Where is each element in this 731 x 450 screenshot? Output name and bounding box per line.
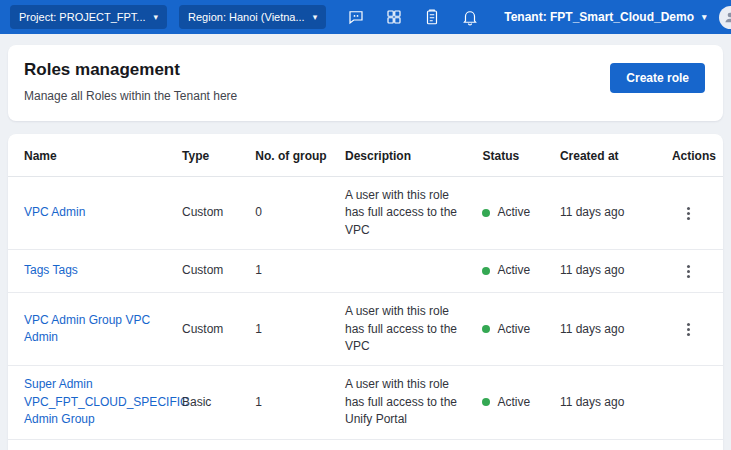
page-header-card: Roles management Manage all Roles within… — [8, 45, 723, 121]
region-selector[interactable]: Region: Hanoi (Vietna... ▾ — [179, 5, 326, 29]
top-navigation-bar: Project: PROJECT_FPT... ▾ Region: Hanoi … — [0, 0, 731, 34]
role-type: Custom — [174, 250, 247, 293]
roles-table-card: Name Type No. of group Description Statu… — [8, 134, 723, 450]
region-selector-label: Region: Hanoi (Vietna... — [188, 11, 305, 23]
role-created-at: 11 days ago — [552, 293, 664, 366]
notifications-bell-icon[interactable] — [460, 7, 480, 27]
page-title: Roles management — [24, 60, 237, 80]
project-selector[interactable]: Project: PROJECT_FPT... ▾ — [10, 5, 167, 29]
table-row: VPC Admin Group VPC Admin Custom 1 A use… — [8, 293, 723, 366]
role-group-count: 1 — [247, 439, 337, 450]
table-row: VPC Admin Custom 0 A user with this role… — [8, 177, 723, 250]
role-name-link[interactable]: VPC Admin — [24, 204, 85, 221]
column-header-groups: No. of group — [247, 136, 337, 177]
status-badge: Active — [482, 204, 543, 221]
status-dot-icon — [482, 267, 490, 275]
role-description: A user with this role has full access to… — [337, 293, 475, 366]
role-created-at: 11 days ago — [552, 250, 664, 293]
row-actions-kebab-icon[interactable] — [678, 318, 700, 340]
column-header-type: Type — [174, 136, 247, 177]
create-role-button[interactable]: Create role — [610, 63, 705, 93]
user-menu[interactable]: ▾ — [719, 6, 731, 29]
user-avatar — [719, 6, 731, 29]
table-row: Super Admin VPC_FPT_CLOUD_GENERAL Admin … — [8, 439, 723, 450]
row-actions-kebab-icon[interactable] — [678, 260, 700, 282]
role-group-count: 1 — [247, 366, 337, 439]
role-description: A user with this role has full access to… — [337, 177, 475, 250]
column-header-status: Status — [474, 136, 551, 177]
tenant-selector-label: Tenant: FPT_Smart_Cloud_Demo — [504, 10, 694, 24]
role-group-count: 1 — [247, 250, 337, 293]
role-group-count: 0 — [247, 177, 337, 250]
status-dot-icon — [482, 325, 490, 333]
status-dot-icon — [482, 209, 490, 217]
role-description: A user with this role has full access to… — [337, 439, 475, 450]
chevron-down-icon: ▾ — [154, 13, 159, 22]
role-name-link[interactable]: Tags Tags — [24, 262, 78, 279]
table-row: Tags Tags Custom 1 Active 11 days ago — [8, 250, 723, 293]
person-icon — [723, 10, 731, 24]
role-created-at: 11 days ago — [552, 177, 664, 250]
page-subtitle: Manage all Roles within the Tenant here — [24, 89, 237, 103]
main-content: Roles management Manage all Roles within… — [0, 34, 731, 450]
support-chat-icon[interactable] — [346, 7, 366, 27]
role-group-count: 1 — [247, 293, 337, 366]
roles-table: Name Type No. of group Description Statu… — [8, 136, 723, 450]
role-description — [337, 250, 475, 293]
chevron-down-icon: ▾ — [702, 12, 707, 22]
status-badge: Active — [482, 394, 543, 411]
role-type: Custom — [174, 293, 247, 366]
column-header-created: Created at — [552, 136, 664, 177]
status-badge: Active — [482, 321, 543, 338]
status-badge: Active — [482, 262, 543, 279]
column-header-description: Description — [337, 136, 475, 177]
table-row: Super Admin VPC_FPT_CLOUD_SPECIFIC Admin… — [8, 366, 723, 439]
table-header-row: Name Type No. of group Description Statu… — [8, 136, 723, 177]
topbar-icon-group — [346, 7, 480, 27]
role-created-at: 11 days ago — [552, 439, 664, 450]
column-header-name: Name — [8, 136, 174, 177]
project-selector-label: Project: PROJECT_FPT... — [19, 11, 146, 23]
role-name-link[interactable]: Super Admin VPC_FPT_CLOUD_SPECIFIC Admin… — [24, 376, 189, 428]
role-description: A user with this role has full access to… — [337, 366, 475, 439]
status-dot-icon — [482, 398, 490, 406]
apps-grid-icon[interactable] — [384, 7, 404, 27]
tenant-selector[interactable]: Tenant: FPT_Smart_Cloud_Demo ▾ — [504, 10, 706, 24]
role-type: Basic — [174, 439, 247, 450]
clipboard-docs-icon[interactable] — [422, 7, 442, 27]
page-header-text: Roles management Manage all Roles within… — [24, 60, 237, 103]
role-type: Custom — [174, 177, 247, 250]
role-created-at: 11 days ago — [552, 366, 664, 439]
row-actions-kebab-icon[interactable] — [678, 202, 700, 224]
column-header-actions: Actions — [664, 136, 723, 177]
role-name-link[interactable]: VPC Admin Group VPC Admin — [24, 312, 166, 347]
chevron-down-icon: ▾ — [313, 13, 318, 22]
